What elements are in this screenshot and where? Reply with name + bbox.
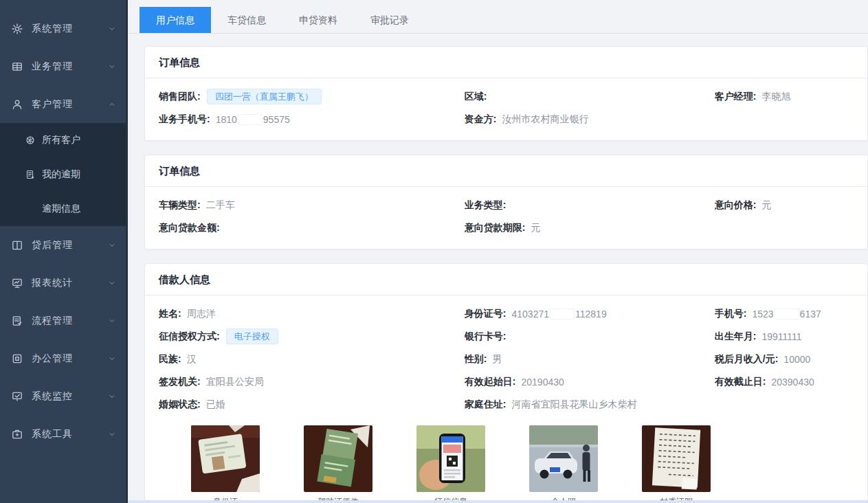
sidebar-item-label: 贷后管理 [32,239,108,252]
field-intended-price: 意向价格: 元 [715,194,854,216]
user-icon [11,98,23,111]
handwritten-document-photo[interactable]: 村委证明 [642,425,711,503]
gear-icon [11,23,23,35]
sidebar-subitem-overdue-info[interactable]: 逾期信息 [0,192,126,226]
chevron-up-icon [108,100,116,109]
field-bank-card: 银行卡号: [465,325,715,348]
field-mobile-number: 手机号: 15236137 [715,302,854,325]
chevron-down-icon [108,279,116,287]
chevron-down-icon [108,430,116,438]
borrower-info-card: 借款人信息 姓名: 周志洋 身份证号: 4103271112819 手机号: 1… [144,263,868,503]
sidebar: 系统管理 业务管理 客户管理 所有客户 [0,0,128,503]
book-icon [11,239,23,252]
person-with-car-photo-thumbnail [529,425,598,492]
field-vehicle-type: 车辆类型: 二手车 [159,194,465,216]
field-issuing-authority: 签发机关: 宜阳县公安局 [159,370,465,393]
redaction-block [550,309,575,320]
tab-car-loan-info[interactable]: 车贷信息 [211,7,282,33]
sidebar-item-label: 客户管理 [32,98,108,111]
detail-tabs: 用户信息 车贷信息 申贷资料 审批记录 [128,0,868,34]
field-region: 区域: [465,85,715,108]
field-intended-loan-amount: 意向贷款金额: [159,216,465,239]
phone-qr-photo[interactable]: 征信信息 [416,425,485,503]
green-booklet-photo[interactable]: 驾驶证原件 [304,425,372,503]
field-sales-team: 销售团队: 四团一营（直属王鹏飞） [159,85,465,108]
field-marital-status: 婚姻状态: 已婚 [159,393,465,416]
field-ethnicity: 民族: 汉 [159,348,465,370]
table-grid-icon [11,60,23,73]
document-icon [25,169,36,180]
chevron-down-icon [108,241,116,249]
order-info-card-1: 订单信息 销售团队: 四团一营（直属王鹏飞） 区域: 客户经理: 李晓旭 [144,46,868,141]
sidebar-item-process-management[interactable]: 流程管理 [0,302,126,339]
horizontal-scrollbar[interactable] [128,500,868,503]
chevron-down-icon [108,355,116,363]
field-valid-from: 有效起始日: 20190430 [465,370,715,393]
redaction-block [775,309,799,320]
monitor-check-icon [11,390,23,403]
order-info-card-2: 订单信息 车辆类型: 二手车 业务类型: 意向价格: 元 [144,155,868,249]
sidebar-item-customer-management[interactable]: 客户管理 [0,85,126,123]
tab-approval-records[interactable]: 审批记录 [354,7,425,33]
handwritten-document-photo-thumbnail [642,425,711,492]
field-account-manager: 客户经理: 李晓旭 [715,85,854,108]
detail-panel: 订单信息 销售团队: 四团一营（直属王鹏飞） 区域: 客户经理: 李晓旭 [128,34,868,503]
tab-user-info[interactable]: 用户信息 [140,7,211,33]
sidebar-item-office-management[interactable]: 办公管理 [0,339,126,377]
sidebar-subitem-label: 逾期信息 [42,203,80,215]
card-title: 订单信息 [145,155,867,187]
sidebar-item-label: 系统监控 [32,390,108,403]
main-content: 用户信息 车贷信息 申贷资料 审批记录 订单信息 销售团队: 四团一营（直属王鹏… [128,0,868,503]
sidebar-item-label: 报表统计 [32,277,108,289]
wheel-icon [25,135,36,146]
redaction-block [238,114,263,125]
field-valid-to: 有效截止日: 20390430 [715,370,854,393]
sidebar-item-system-monitor[interactable]: 系统监控 [0,377,126,415]
field-gender: 性别: 男 [465,348,715,370]
clipboard-icon [11,315,23,327]
credit-auth-tag: 电子授权 [226,328,278,344]
phone-qr-photo-thumbnail [416,425,485,492]
sidebar-item-system-management[interactable]: 系统管理 [0,10,126,47]
field-birth-date: 出生年月: 19911111 [715,325,854,348]
sales-team-tag[interactable]: 四团一营（直属王鹏飞） [207,89,322,104]
document-photos: 身份证 [191,425,854,503]
field-credit-authorization: 征信授权方式: 电子授权 [159,325,465,348]
id-card-photo-thumbnail [191,425,260,492]
id-card-photo[interactable]: 身份证 [191,425,260,503]
chevron-down-icon [108,25,116,33]
monitor-chart-icon [11,277,23,289]
sidebar-item-label: 流程管理 [32,315,108,327]
sidebar-item-post-loan-management[interactable]: 贷后管理 [0,226,126,264]
square-in-square-icon [11,353,23,365]
customer-management-submenu: 所有客户 我的逾期 逾期信息 [0,123,126,226]
sidebar-subitem-label: 所有客户 [42,134,80,146]
tab-loan-application-docs[interactable]: 申贷资料 [282,7,354,33]
field-business-phone: 业务手机号: 181095575 [159,108,465,131]
chevron-down-icon [108,392,116,401]
field-intended-loan-term: 意向贷款期限: 元 [465,216,715,239]
sidebar-subitem-label: 我的逾期 [42,168,80,181]
sidebar-item-label: 系统工具 [32,428,108,440]
chevron-down-icon [108,317,116,325]
person-with-car-photo[interactable]: 个人照 [529,425,598,503]
field-name: 姓名: 周志洋 [159,302,465,325]
sidebar-item-label: 办公管理 [32,353,108,365]
card-title: 借款人信息 [145,264,867,295]
sidebar-item-label: 业务管理 [32,60,108,73]
field-id-number: 身份证号: 4103271112819 [465,302,715,325]
green-booklet-photo-thumbnail [304,425,372,492]
field-monthly-income: 税后月收入/元: 10000 [715,348,854,370]
sidebar-item-label: 系统管理 [32,23,108,35]
card-title: 订单信息 [145,47,867,78]
sidebar-subitem-all-customers[interactable]: 所有客户 [0,123,126,157]
chevron-down-icon [108,63,116,71]
field-home-address: 家庭住址: 河南省宜阳县花果山乡木柴村 [465,393,715,416]
field-funding-party: 资金方: 汝州市农村商业银行 [465,108,715,131]
field-business-type: 业务类型: [465,194,715,216]
sidebar-subitem-my-overdue[interactable]: 我的逾期 [0,157,126,192]
sidebar-item-system-tools[interactable]: 系统工具 [0,415,126,453]
sidebar-item-business-management[interactable]: 业务管理 [0,47,126,85]
sidebar-item-report-statistics[interactable]: 报表统计 [0,264,126,302]
toolbox-icon [11,428,23,440]
